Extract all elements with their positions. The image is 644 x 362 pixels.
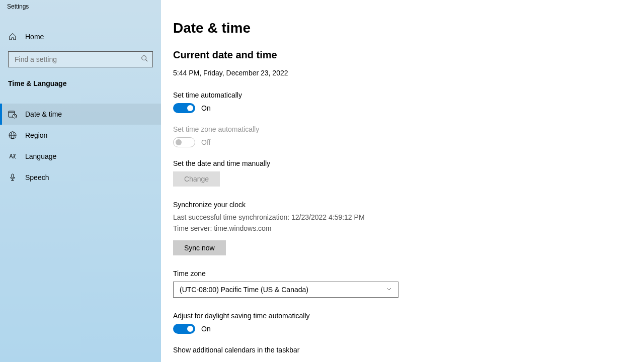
search-wrap [0,47,161,73]
sidebar-item-label: Speech [25,173,49,182]
category-header: Time & Language [0,73,161,97]
timezone-value: (UTC-08:00) Pacific Time (US & Canada) [180,286,308,294]
main-content: Date & time Current date and time 5:44 P… [161,0,644,362]
svg-rect-10 [12,174,14,178]
dst-toggle[interactable] [173,324,195,334]
nav-home-label: Home [25,33,44,41]
sidebar-item-speech[interactable]: Speech [0,167,161,188]
sync-server: Time server: time.windows.com [173,224,644,234]
clock-calendar-icon [8,110,17,119]
auto-time-label: Set time automatically [173,91,644,99]
sidebar-item-date-time[interactable]: Date & time [0,104,161,125]
sync-last: Last successful time synchronization: 12… [173,213,644,223]
sidebar-item-label: Language [25,152,56,160]
search-icon [141,55,148,64]
language-icon [8,152,17,161]
svg-point-0 [142,56,146,60]
timezone-dropdown[interactable]: (UTC-08:00) Pacific Time (US & Canada) [173,282,398,298]
sidebar-item-label: Region [25,131,47,139]
globe-icon [8,131,17,140]
auto-time-toggle[interactable] [173,103,195,113]
dst-label: Adjust for daylight saving time automati… [173,312,644,320]
svg-line-1 [146,60,148,62]
chevron-down-icon [386,286,392,294]
sync-now-button[interactable]: Sync now [173,240,226,255]
tz-label: Time zone [173,269,644,278]
nav-home[interactable]: Home [0,26,161,47]
section-heading: Current date and time [173,49,644,61]
auto-tz-label: Set time zone automatically [173,125,644,133]
search-input[interactable] [8,51,153,67]
sidebar: Settings Home Time & Language Date & tim… [0,0,161,362]
change-button: Change [173,171,220,187]
home-icon [8,32,17,41]
calendars-label: Show additional calendars in the taskbar [173,346,644,354]
auto-tz-toggle [173,137,195,147]
sync-heading: Synchronize your clock [173,201,644,209]
sidebar-item-label: Date & time [25,110,62,118]
dst-state: On [201,325,211,333]
auto-tz-state: Off [201,138,210,146]
page-title: Date & time [173,20,644,36]
current-datetime: 5:44 PM, Friday, December 23, 2022 [173,69,644,77]
sidebar-item-region[interactable]: Region [0,125,161,146]
microphone-icon [8,173,17,182]
window-title: Settings [0,0,161,12]
sidebar-item-language[interactable]: Language [0,146,161,167]
manual-label: Set the date and time manually [173,159,644,167]
auto-time-state: On [201,104,211,112]
